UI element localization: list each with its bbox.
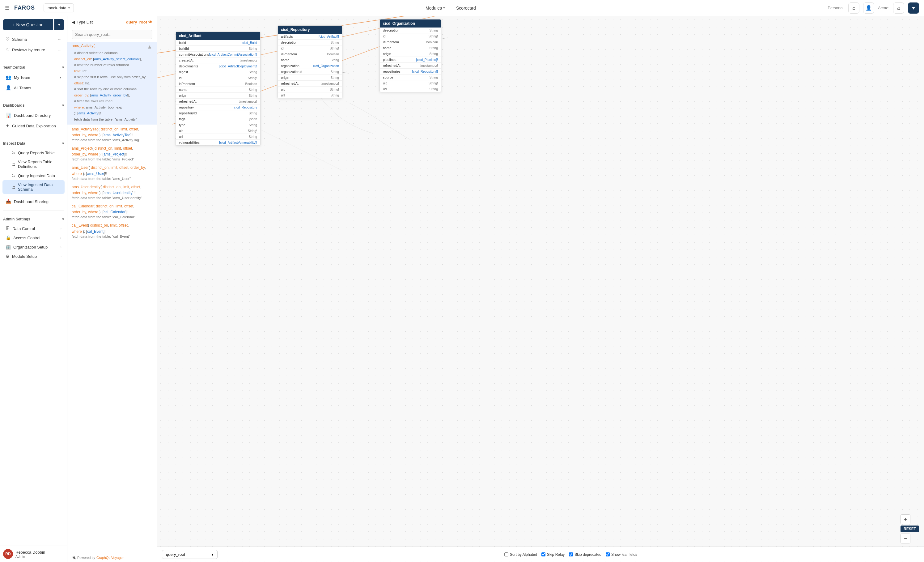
sidebar-item-query-reports[interactable]: 🗂 Query Reports Table (3, 148, 64, 157)
zoom-reset-button[interactable]: RESET (900, 526, 919, 532)
node-row: type String (176, 122, 260, 128)
graph-node-artifact[interactable]: cicd_Artifact build cicd_Build buildId S… (176, 32, 261, 146)
nav-right: Personal: ⌂ 👤 Acme: ⌂ ♥ (828, 3, 919, 14)
heart-icon-2: ♡ (6, 47, 10, 53)
collapse-icon[interactable]: ▲ (147, 44, 152, 50)
node-row: refreshedAt timestamptz! (176, 99, 260, 105)
graph-node-repository[interactable]: cicd_Repository artifacts [cicd_Artifact… (278, 26, 342, 98)
skip-deprecated-checkbox[interactable] (569, 552, 573, 556)
sidebar-item-data-control[interactable]: 🗄 Data Control › (3, 224, 64, 233)
query-search-input[interactable] (72, 30, 152, 39)
zoom-in-button[interactable]: + (900, 514, 910, 524)
query-panel-header: ◀ Type List query_root 👁 (68, 16, 157, 27)
list-item[interactable]: ams_ActivityTag( distinct_on, limit, off… (68, 125, 157, 144)
node-row: url String (380, 86, 441, 92)
modules-button[interactable]: Modules ▾ (421, 3, 450, 13)
teamcentral-section: 👥 My Team ▾ 👤 All Teams (0, 71, 67, 94)
divider-3 (3, 135, 64, 135)
app-logo: FAROS (14, 5, 35, 11)
sidebar-item-query-ingested[interactable]: 🗂 Query Ingested Data (3, 171, 64, 180)
list-item[interactable]: ams_User( distinct_on, limit, offset, or… (68, 163, 157, 182)
node-row: uid String! (278, 87, 342, 92)
schema-dots-icon[interactable]: ··· (58, 37, 62, 42)
sidebar-item-schema[interactable]: ♡ Schema ··· (3, 34, 64, 45)
sidebar-item-access-control[interactable]: 🔒 Access Control › (3, 233, 64, 242)
node-row: buildId String (176, 46, 260, 52)
checkbox-sort-alphabet[interactable]: Sort by Alphabet (504, 552, 537, 557)
organization-node-header: cicd_Organization (380, 20, 441, 27)
list-item[interactable]: cal_Event( distinct_on, limit, offset, w… (68, 221, 157, 240)
reviews-dots-icon[interactable]: ··· (58, 47, 62, 52)
list-item[interactable]: cal_Calendar( distinct_on, limit, offset… (68, 201, 157, 221)
sidebar-item-dashboard-sharing[interactable]: 📤 Dashboard Sharing (3, 196, 64, 207)
org-setup-arrow: › (60, 245, 62, 249)
list-item[interactable]: ams_UserIdentity( distinct_on, limit, of… (68, 182, 157, 201)
sidebar-item-allteams[interactable]: 👤 All Teams (3, 83, 64, 93)
node-row: build cicd_Build (176, 40, 260, 46)
node-row: digest String (176, 69, 260, 75)
skip-relay-checkbox[interactable] (542, 552, 546, 556)
scorecard-button[interactable]: Scorecard (451, 3, 481, 13)
sidebar-item-myteam[interactable]: 👥 My Team ▾ (3, 72, 64, 83)
new-question-button[interactable]: + New Question (3, 19, 53, 30)
inspect-chevron[interactable]: ▾ (62, 141, 64, 146)
zoom-controls: + RESET − (900, 514, 919, 544)
acme-heart-button[interactable]: ♥ (908, 3, 919, 14)
list-item[interactable]: ams_Project( distinct_on, limit, offset,… (68, 144, 157, 163)
sidebar-footer: RD Rebecca Dobbin Admin (0, 545, 67, 562)
back-arrow-icon: ◀ (72, 20, 75, 24)
checkbox-show-leaf[interactable]: Show leaf fields (606, 552, 637, 557)
dashboard-dir-icon: 📊 (6, 113, 11, 118)
graph-area[interactable]: cicd_Artifact build cicd_Build buildId S… (157, 16, 924, 562)
data-source-dropdown[interactable]: mock-data ▾ (44, 3, 74, 12)
repository-node-header: cicd_Repository (278, 26, 342, 34)
new-question-arrow-button[interactable]: ▼ (54, 19, 64, 30)
checkbox-skip-deprecated[interactable]: Skip deprecated (569, 552, 602, 557)
type-list-back-button[interactable]: ◀ Type List (72, 20, 93, 24)
node-row: refreshedAt timestamptz! (278, 81, 342, 87)
graphql-voyager-link[interactable]: GraphQL Voyager (96, 556, 124, 559)
divider-4 (3, 210, 64, 211)
graph-node-organization[interactable]: cicd_Organization description String id … (380, 19, 441, 92)
new-question-row: + New Question ▼ (0, 16, 67, 33)
dashboards-chevron[interactable]: ▾ (62, 103, 64, 108)
myteam-arrow[interactable]: ▾ (60, 75, 62, 80)
sidebar-item-view-reports[interactable]: 🗂 View Reports Table Definitions (3, 157, 64, 171)
acme-home-button[interactable]: ⌂ (893, 3, 904, 14)
node-row: id String! (380, 33, 441, 39)
sidebar-item-reviews[interactable]: ♡ Reviews by tenure ··· (3, 45, 64, 55)
zoom-out-button[interactable]: − (900, 533, 910, 544)
top-nav: ☰ FAROS mock-data ▾ Modules ▾ Scorecard … (0, 0, 924, 16)
node-row: description String (380, 27, 441, 33)
sidebar-item-dashboard-dir[interactable]: 📊 Dashboard Directory (3, 110, 64, 120)
graph-checkbox-group: Sort by Alphabet Skip Relay Skip depreca… (222, 552, 919, 557)
power-plug-icon: 🔌 (72, 556, 76, 559)
show-leaf-checkbox[interactable] (606, 552, 610, 556)
powered-by-bar: 🔌 Powered by GraphQL Voyager (68, 553, 157, 562)
graph-root-dropdown[interactable]: query_root ▾ (162, 550, 218, 559)
list-item[interactable]: ams_Activity( ▲ # distinct select on col… (68, 42, 157, 125)
checkbox-skip-relay[interactable]: Skip Relay (542, 552, 565, 557)
hamburger-icon[interactable]: ☰ (5, 5, 9, 11)
dropdown-label: query_root (166, 552, 185, 557)
node-row: uid String! (380, 80, 441, 86)
teamcentral-chevron[interactable]: ▾ (62, 65, 64, 69)
admin-chevron[interactable]: ▾ (62, 217, 64, 221)
node-row: uid String! (176, 128, 260, 134)
user-role: Admin (15, 554, 45, 558)
sidebar-item-guided[interactable]: ✦ Guided Data Exploration (3, 120, 64, 131)
sidebar-item-org-setup[interactable]: 🏢 Organization Setup › (3, 242, 64, 252)
graph-connections-svg (157, 16, 924, 562)
sidebar-item-module-setup[interactable]: ⚙ Module Setup › (3, 252, 64, 261)
personal-person-button[interactable]: 👤 (863, 3, 874, 14)
admin-section: 🗄 Data Control › 🔒 Access Control › 🏢 Or… (0, 222, 67, 262)
type-list-label: Type List (76, 20, 93, 24)
inspect-section: 🗂 Query Reports Table 🗂 View Reports Tab… (0, 147, 67, 195)
node-row: name String (176, 87, 260, 93)
sidebar-item-view-ingested[interactable]: 🗂 View Ingested Data Schema (3, 180, 64, 194)
node-row: commitAssociations [cicd_ArtifactCommitA… (176, 52, 260, 57)
personal-home-button[interactable]: ⌂ (848, 3, 860, 14)
sort-alphabet-checkbox[interactable] (504, 552, 508, 556)
node-row: name String (380, 45, 441, 51)
main-layout: + New Question ▼ ♡ Schema ··· ♡ Reviews … (0, 16, 924, 562)
